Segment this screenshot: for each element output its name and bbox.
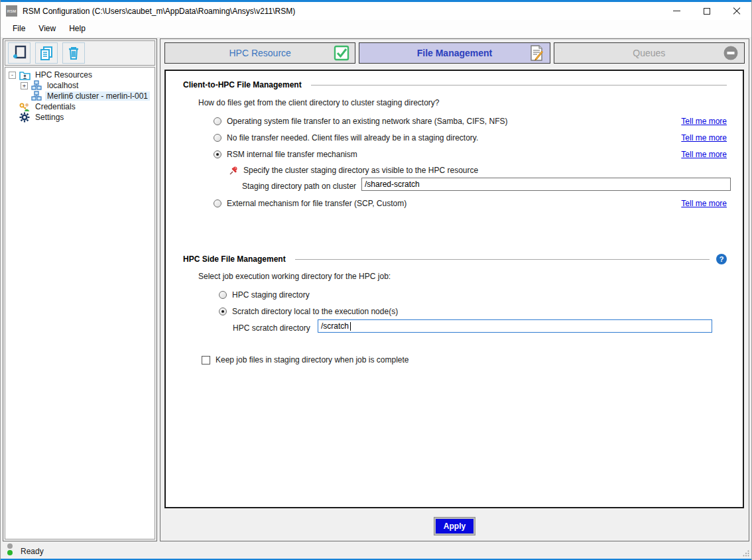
radio-checked-icon[interactable] — [219, 308, 227, 315]
close-icon — [733, 7, 741, 15]
window-title: RSM Configuration (C:\Users\caubet_m\App… — [23, 7, 295, 16]
status-dot-ready — [7, 550, 13, 555]
tree-item-label: HPC Resources — [33, 70, 94, 80]
menu-help[interactable]: Help — [62, 22, 92, 35]
client-transfer-question: How do files get from the client directo… — [198, 98, 440, 107]
expand-expander-icon[interactable]: + — [21, 82, 28, 89]
radio-unchecked-icon[interactable] — [214, 134, 221, 142]
tell-me-more-link-no-transfer[interactable]: Tell me more — [681, 133, 727, 143]
tree-item-label: localhost — [45, 81, 80, 90]
green-check-icon — [334, 45, 349, 61]
checkbox-unchecked-icon[interactable] — [202, 356, 210, 364]
option-hpc-staging-directory[interactable]: HPC staging directory — [219, 290, 310, 300]
minimize-button[interactable] — [662, 2, 692, 20]
tab-label: File Management — [417, 48, 493, 58]
toolbar — [5, 40, 155, 66]
tree-item-localhost[interactable]: + localhost — [5, 80, 155, 91]
tab-hpc-resource[interactable]: HPC Resource — [164, 42, 355, 64]
section-divider — [311, 85, 727, 85]
tab-label: HPC Resource — [229, 48, 290, 58]
credentials-icon — [19, 101, 31, 112]
edit-document-icon — [529, 45, 544, 61]
option-os-file-transfer[interactable]: Operating system file transfer to an exi… — [214, 116, 508, 127]
staging-directory-input[interactable] — [361, 178, 731, 191]
tab-queues[interactable]: Queues — [554, 42, 745, 64]
keep-job-files-option[interactable]: Keep job files in staging directory when… — [202, 355, 409, 365]
hpc-scratch-directory-label: HPC scratch directory — [233, 323, 310, 333]
menubar: File View Help — [1, 20, 751, 37]
option-no-transfer[interactable]: No file transfer needed. Client files wi… — [214, 133, 478, 143]
option-label: Scratch directory local to the execution… — [232, 307, 398, 316]
tree-item-settings[interactable]: Settings — [5, 112, 155, 123]
tab-file-management[interactable]: File Management — [359, 42, 550, 64]
tree-item-merlin6-cluster[interactable]: Merlin6 cluster - merlin-l-001 — [5, 91, 155, 101]
add-hpc-resource-button[interactable] — [8, 42, 31, 64]
window-controls — [662, 2, 751, 20]
add-document-icon — [11, 45, 27, 61]
cluster-icon — [31, 91, 42, 101]
hpc-side-section-header: HPC Side File Management ? — [183, 254, 727, 264]
option-external-transfer[interactable]: External mechanism for file transfer (SC… — [214, 198, 407, 209]
resize-grip[interactable] — [743, 550, 749, 557]
settings-gear-icon — [19, 112, 31, 123]
radio-unchecked-icon[interactable] — [214, 117, 221, 125]
option-label: External mechanism for file transfer (SC… — [227, 199, 407, 208]
resource-tree: - HPC Resources + — [5, 67, 155, 539]
option-label: No file transfer needed. Client files wi… — [227, 133, 478, 142]
staging-directory-note: Specify the cluster staging directory as… — [229, 165, 478, 176]
hpc-resources-folder-icon — [19, 70, 31, 80]
tree-item-credentials[interactable]: Credentials — [5, 101, 155, 112]
rsm-configuration-window: RSM RSM Configuration (C:\Users\caubet_m… — [0, 0, 752, 560]
section-title: Client-to-HPC File Management — [183, 80, 302, 89]
right-panel: HPC Resource File Management Queues — [160, 38, 749, 541]
copy-icon — [38, 45, 54, 61]
working-directory-question: Select job execution working directory f… — [198, 272, 391, 281]
status-text: Ready — [21, 547, 44, 556]
close-button[interactable] — [721, 2, 751, 20]
section-divider — [295, 259, 710, 260]
apply-row: Apply — [160, 511, 749, 541]
tabs: HPC Resource File Management Queues — [164, 42, 745, 64]
radio-unchecked-icon[interactable] — [219, 291, 227, 299]
maximize-icon — [704, 8, 710, 15]
pushpin-icon — [229, 166, 239, 176]
disabled-minus-icon — [723, 45, 739, 61]
file-management-panel: Client-to-HPC File Management How do fil… — [164, 70, 744, 508]
status-dot-idle — [7, 543, 13, 549]
collapse-expander-icon[interactable]: - — [9, 72, 16, 79]
menu-file[interactable]: File — [6, 22, 32, 35]
tell-me-more-link-external[interactable]: Tell me more — [681, 198, 727, 209]
option-label: HPC staging directory — [232, 290, 310, 300]
tree-item-label: Merlin6 cluster - merlin-l-001 — [45, 91, 150, 101]
staging-directory-label: Staging directory path on cluster — [242, 182, 356, 191]
option-label: RSM internal file transfer mechanism — [227, 150, 357, 159]
tree-item-label: Credentials — [33, 102, 78, 111]
trash-icon — [66, 45, 82, 61]
radio-checked-icon[interactable] — [214, 150, 221, 158]
titlebar: RSM RSM Configuration (C:\Users\caubet_m… — [1, 2, 751, 20]
duplicate-button[interactable] — [35, 42, 58, 64]
tell-me-more-link-rsm-internal[interactable]: Tell me more — [681, 149, 727, 160]
keep-job-files-label: Keep job files in staging directory when… — [216, 355, 409, 364]
hpc-scratch-directory-input[interactable] — [318, 319, 712, 333]
left-panel: - HPC Resources + — [3, 38, 157, 541]
cluster-icon — [31, 80, 42, 91]
minimize-icon — [673, 11, 680, 11]
option-label: Operating system file transfer to an exi… — [227, 117, 508, 126]
help-icon[interactable]: ? — [716, 254, 727, 264]
menu-view[interactable]: View — [32, 22, 62, 35]
tree-item-label: Settings — [33, 113, 66, 122]
app-icon: RSM — [6, 5, 17, 17]
tell-me-more-link-os-transfer[interactable]: Tell me more — [681, 116, 727, 127]
delete-button[interactable] — [62, 42, 85, 64]
statusbar: Ready — [1, 544, 751, 559]
radio-unchecked-icon[interactable] — [214, 199, 221, 207]
staging-note-text: Specify the cluster staging directory as… — [243, 166, 478, 175]
tab-label: Queues — [633, 48, 665, 58]
apply-button[interactable]: Apply — [434, 518, 475, 535]
option-scratch-directory[interactable]: Scratch directory local to the execution… — [219, 306, 398, 317]
option-rsm-internal-transfer[interactable]: RSM internal file transfer mechanism — [214, 149, 357, 160]
tree-item-hpc-resources[interactable]: - HPC Resources — [5, 70, 155, 80]
text-cursor — [350, 322, 351, 331]
maximize-button[interactable] — [692, 2, 721, 20]
